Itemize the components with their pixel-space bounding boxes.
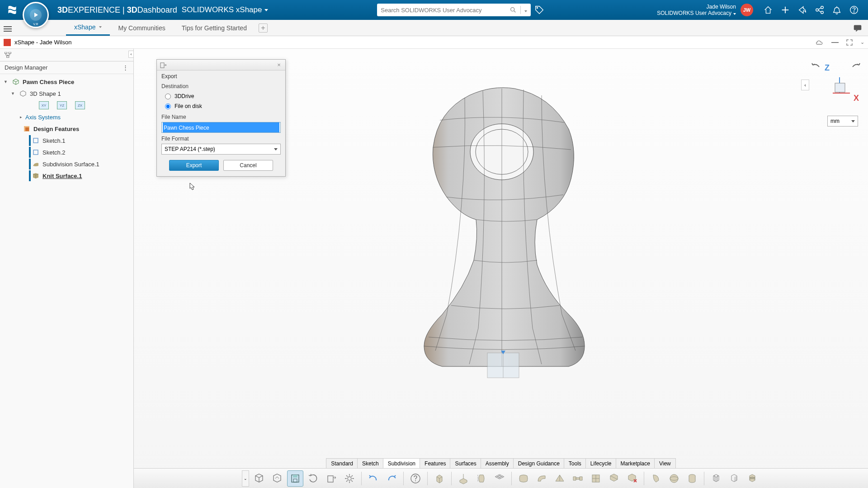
cancel-button[interactable]: Cancel	[223, 160, 273, 171]
tool-extrude[interactable]	[455, 470, 472, 487]
radio-input[interactable]	[165, 103, 171, 109]
share-icon[interactable]	[797, 5, 807, 15]
plane-yz[interactable]: YZ	[57, 101, 67, 109]
tool-tab-tools[interactable]: Tools	[564, 458, 586, 468]
tool-bridge[interactable]	[570, 470, 586, 487]
home-icon[interactable]	[763, 5, 773, 15]
tool-save[interactable]	[287, 470, 303, 487]
tool-settings[interactable]	[341, 470, 358, 487]
notifications-icon[interactable]	[832, 5, 842, 15]
tree-feature-sketch1[interactable]: Sketch.1	[0, 135, 133, 146]
plane-zx[interactable]: ZX	[75, 101, 85, 109]
hamburger-icon[interactable]	[4, 25, 12, 31]
tree-feature-subdiv[interactable]: Subdivision Surface.1	[0, 158, 133, 170]
tool-open[interactable]	[269, 470, 285, 487]
rotate-left-icon[interactable]	[810, 61, 821, 70]
panel-collapse-button[interactable]: ‹	[128, 51, 134, 58]
tab-xshape[interactable]: xShape	[66, 20, 110, 36]
tag-icon[interactable]	[534, 5, 544, 15]
tree-design-features[interactable]: Design Features	[0, 123, 133, 135]
view-cube[interactable]: ‹ Z X	[805, 58, 859, 103]
close-button[interactable]: ×	[275, 61, 283, 69]
separator	[644, 472, 644, 485]
search-scope-dropdown[interactable]	[520, 6, 527, 14]
toggle-icon[interactable]: ▼	[11, 91, 16, 96]
tool-help[interactable]	[407, 470, 424, 487]
search-icon[interactable]	[509, 6, 517, 14]
tab-tips[interactable]: Tips for Getting Started	[174, 20, 255, 36]
tool-isoline[interactable]	[744, 470, 760, 487]
help-icon[interactable]	[849, 5, 859, 15]
tool-reload[interactable]	[305, 470, 321, 487]
tool-redo[interactable]	[383, 470, 400, 487]
tree-axis-systems[interactable]: ▸ Axis Systems	[0, 111, 133, 123]
cube-face[interactable]	[828, 75, 851, 98]
tool-tab-standard[interactable]: Standard	[326, 458, 358, 468]
tool-tab-guidance[interactable]: Design Guidance	[513, 458, 565, 468]
panel-menu-button[interactable]: ⋮	[123, 64, 129, 71]
avatar[interactable]: JW	[741, 4, 753, 16]
nav-expand-button[interactable]: ‹	[801, 80, 809, 90]
app-selector[interactable]: SOLIDWORKS xShape	[182, 5, 269, 14]
tool-tab-subdivision[interactable]: Subdivision	[383, 458, 420, 468]
user-info[interactable]: Jade Wilson SOLIDWORKS User Advocacy	[657, 4, 736, 17]
tree-shape[interactable]: ▼ 3D Shape 1	[0, 88, 133, 99]
filename-input[interactable]: Pawn Chess Piece	[161, 122, 281, 133]
tool-sphere[interactable]	[666, 470, 682, 487]
tool-undo[interactable]	[365, 470, 382, 487]
rotate-right-icon[interactable]	[851, 61, 862, 70]
tool-tab-marketplace[interactable]: Marketplace	[616, 458, 655, 468]
tool-merge[interactable]	[606, 470, 622, 487]
dialog-titlebar[interactable]: ×	[157, 60, 285, 70]
brand-title: 3DEXPERIENCE | 3DDashboard	[57, 5, 177, 15]
tool-grid[interactable]	[491, 470, 508, 487]
tool-tab-sketch[interactable]: Sketch	[357, 458, 384, 468]
tool-cylinder[interactable]	[684, 470, 700, 487]
add-tab-button[interactable]: +	[259, 23, 268, 33]
fullscreen-icon[interactable]	[846, 39, 853, 46]
ds-logo[interactable]	[5, 3, 19, 17]
collaborate-icon[interactable]	[815, 5, 825, 15]
tool-revolve[interactable]	[473, 470, 490, 487]
tool-tab-view[interactable]: View	[654, 458, 676, 468]
export-button[interactable]: Export	[169, 160, 219, 171]
expand-dropdown[interactable]: ⌄	[860, 39, 864, 45]
tree-feature-knit[interactable]: Knit Surface.1	[0, 170, 133, 182]
radio-file-on-disk[interactable]: File on disk	[161, 101, 281, 111]
tab-communities[interactable]: My Communities	[110, 20, 173, 36]
tool-delete[interactable]	[624, 470, 640, 487]
add-icon[interactable]	[780, 5, 790, 15]
tool-export[interactable]	[323, 470, 340, 487]
search-input[interactable]	[381, 7, 508, 14]
tool-wireframe[interactable]	[708, 470, 724, 487]
tool-box-primitive[interactable]	[431, 470, 448, 487]
tool-tab-lifecycle[interactable]: Lifecycle	[585, 458, 617, 468]
toggle-icon[interactable]: ▼	[4, 80, 9, 84]
tool-tab-features[interactable]: Features	[420, 458, 451, 468]
tool-face[interactable]	[515, 470, 532, 487]
units-dropdown[interactable]: mm	[827, 116, 858, 127]
compass-button[interactable]: V.R	[23, 2, 49, 28]
tree-root[interactable]: ▼ Pawn Chess Piece	[0, 76, 133, 88]
cloud-icon[interactable]	[815, 39, 824, 46]
tree-feature-sketch2[interactable]: Sketch.2	[0, 146, 133, 158]
minimize-button[interactable]: —	[831, 38, 839, 47]
tool-tab-assembly[interactable]: Assembly	[481, 458, 514, 468]
tool-overflow[interactable]: ⌄	[242, 470, 249, 487]
tool-crease[interactable]	[552, 470, 568, 487]
tool-knife[interactable]	[648, 470, 664, 487]
search-box[interactable]	[377, 4, 531, 16]
tool-subdivide[interactable]	[588, 470, 604, 487]
format-dropdown[interactable]: STEP AP214 (*.step)	[161, 144, 281, 155]
3d-model[interactable]	[397, 80, 605, 387]
plane-xy[interactable]: XY	[39, 101, 49, 109]
radio-3ddrive[interactable]: 3DDrive	[161, 91, 281, 101]
chat-icon[interactable]	[853, 23, 863, 33]
toggle-icon[interactable]: ▸	[20, 115, 25, 119]
tool-shaded[interactable]	[726, 470, 742, 487]
tool-bend[interactable]	[533, 470, 550, 487]
tool-new[interactable]	[251, 470, 267, 487]
radio-input[interactable]	[165, 94, 171, 99]
tree-icon[interactable]	[5, 52, 13, 58]
tool-tab-surfaces[interactable]: Surfaces	[450, 458, 481, 468]
